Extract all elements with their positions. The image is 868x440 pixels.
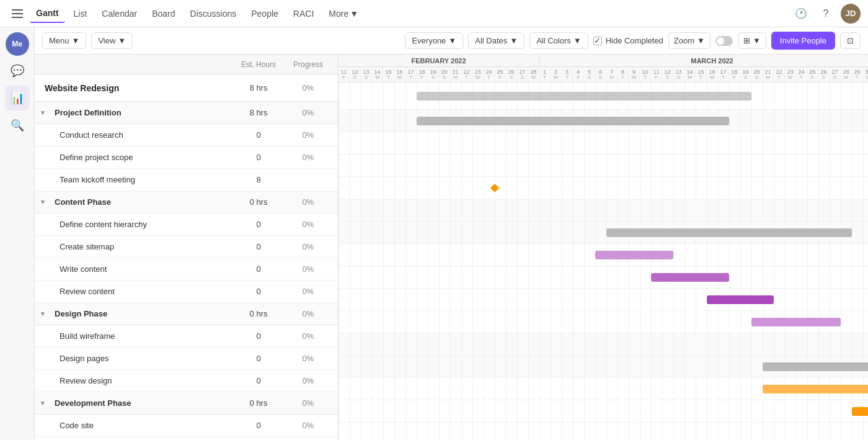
nav-raci[interactable]: RACI <box>287 5 320 22</box>
task-prog: 0% <box>283 264 333 274</box>
gantt-day: 25F <box>807 67 818 82</box>
task-name: Create sitemap <box>60 242 234 251</box>
gantt-bar <box>763 385 868 393</box>
sidebar-icon-chart[interactable]: 📊 <box>5 86 30 110</box>
gantt-month-label: MARCH 2022 <box>539 55 868 66</box>
view-button[interactable]: View ▼ <box>91 32 133 49</box>
gantt-bar <box>751 318 841 326</box>
sidebar-icon-chat[interactable]: 💬 <box>5 58 30 83</box>
task-name: Define content hierarchy <box>60 220 234 229</box>
phase-hrs: 0 hrs <box>234 309 283 318</box>
avatar[interactable]: JD <box>841 4 861 24</box>
grid-line <box>684 83 685 440</box>
task-prog: 0% <box>283 220 333 229</box>
grid-line <box>718 83 719 440</box>
task-prog: 0% <box>283 130 333 140</box>
nav-list[interactable]: List <box>68 5 94 22</box>
task-hrs: 0 <box>234 354 283 363</box>
grid-line <box>506 83 507 440</box>
grid-line <box>562 83 562 440</box>
gantt-row <box>339 400 868 423</box>
grid-line <box>595 83 596 440</box>
toggle-switch[interactable] <box>715 36 733 46</box>
zoom-button[interactable]: Zoom ▼ <box>668 32 711 49</box>
nav-people[interactable]: People <box>245 5 285 22</box>
phase-row-0[interactable]: ▼ Project Definition 8 hrs 0% <box>35 102 338 124</box>
gantt-day: 28M <box>528 67 539 82</box>
phase-row-3[interactable]: ▼ Development Phase 0 hrs 0% <box>35 392 338 415</box>
gantt-day: 13S <box>361 67 372 82</box>
phase-hrs: 8 hrs <box>234 108 283 117</box>
phase-arrow: ▼ <box>40 109 50 116</box>
task-prog: 0% <box>283 153 333 162</box>
gantt-days-row: 11F12S13S14M15T16W17T18F19S20S21M22T23W2… <box>339 67 868 82</box>
all-colors-button[interactable]: All Colors ▼ <box>529 32 588 49</box>
me-button[interactable]: Me <box>6 32 29 56</box>
sidebar-icon-search[interactable]: 🔍 <box>5 113 30 138</box>
task-row: Build wireframe 0 0% <box>35 325 338 348</box>
gantt-day: 28M <box>841 67 852 82</box>
phase-prog: 0% <box>283 108 333 117</box>
gantt-day: 5S <box>584 67 595 82</box>
top-nav: Gantt List Calendar Board Discussions Pe… <box>0 0 868 27</box>
task-row: Design pages 0 0% <box>35 348 338 370</box>
task-prog: 0% <box>283 331 333 341</box>
phase-prog: 0% <box>283 309 333 318</box>
gantt-day: 17T <box>718 67 729 82</box>
grid-line <box>472 83 473 440</box>
phase-hrs: 0 hrs <box>234 398 283 408</box>
layout-button[interactable]: ⊡ <box>840 32 861 49</box>
nav-gantt[interactable]: Gantt <box>30 4 65 23</box>
gantt-day: 1T <box>539 67 551 82</box>
phase-arrow: ▼ <box>40 199 50 205</box>
grid-line <box>405 83 406 440</box>
task-name: Build wireframe <box>60 331 234 341</box>
grid-line <box>394 83 395 440</box>
help-icon[interactable]: ? <box>816 4 836 24</box>
gantt-day: 30W <box>863 67 868 82</box>
gantt-row <box>339 423 868 440</box>
task-hrs: 0 <box>234 242 283 251</box>
gantt-day: 26S <box>506 67 517 82</box>
everyone-button[interactable]: Everyone ▼ <box>405 32 463 49</box>
hamburger-menu[interactable] <box>7 4 27 24</box>
invite-people-button[interactable]: Invite People <box>771 32 835 50</box>
task-name: Design pages <box>60 354 234 363</box>
nav-more[interactable]: More ▼ <box>322 5 365 22</box>
phase-row-2[interactable]: ▼ Design Phase 0 hrs 0% <box>35 303 338 325</box>
grid-line <box>551 83 551 440</box>
task-hrs: 0 <box>234 220 283 229</box>
grid-line <box>729 83 730 440</box>
gantt-day: 29T <box>852 67 863 82</box>
gantt-bar <box>852 407 868 416</box>
gantt-bar <box>606 228 852 237</box>
menu-button[interactable]: Menu ▼ <box>42 32 86 49</box>
gantt-area[interactable]: FEBRUARY 2022MARCH 2022APRIL 202211F12S1… <box>339 55 868 440</box>
grid-line <box>383 83 384 440</box>
gantt-bar <box>707 295 774 304</box>
all-dates-button[interactable]: All Dates ▼ <box>468 32 525 49</box>
task-name: Review content <box>60 287 234 296</box>
grid-line <box>484 83 484 440</box>
nav-board[interactable]: Board <box>146 5 181 22</box>
clock-icon[interactable]: 🕐 <box>791 4 811 24</box>
phase-row-1[interactable]: ▼ Content Phase 0 hrs 0% <box>35 191 338 213</box>
hide-completed-checkbox[interactable]: ✓ Hide Completed <box>593 36 663 45</box>
task-row: Write content 0 0% <box>35 258 338 281</box>
gantt-day: 9W <box>629 67 640 82</box>
nav-calendar[interactable]: Calendar <box>95 5 143 22</box>
gantt-row <box>339 155 868 177</box>
nav-discussions[interactable]: Discussions <box>184 5 243 22</box>
zoom-expand[interactable]: ⊞ ▼ <box>738 32 766 49</box>
toggle-thumb <box>717 37 724 45</box>
checkbox-icon: ✓ <box>593 37 602 45</box>
task-name: Write content <box>60 264 234 274</box>
grid-line <box>740 83 741 440</box>
task-hrs: 0 <box>234 376 283 385</box>
task-row: Create sitemap 0 0% <box>35 236 338 258</box>
gantt-day: 11F <box>339 67 350 82</box>
grid-line <box>372 83 373 440</box>
gantt-day: 21M <box>450 67 461 82</box>
grid-line <box>629 83 629 440</box>
task-prog: 0% <box>283 242 333 251</box>
